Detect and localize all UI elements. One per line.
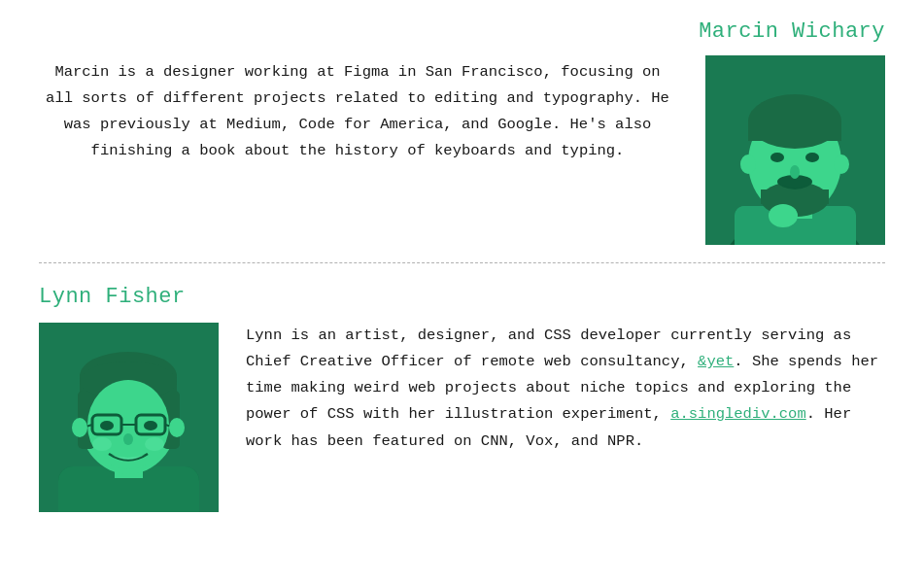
svg-point-12 [805, 153, 819, 162]
marcin-name: Marcin Wichary [699, 19, 885, 44]
marcin-photo [705, 55, 885, 245]
lynn-section: Lynn Fisher [39, 285, 885, 512]
svg-point-15 [834, 155, 849, 174]
marcin-content: Marcin is a designer working at Figma in… [39, 55, 885, 245]
section-divider [39, 262, 885, 263]
lynn-content: Lynn is an artist, designer, and CSS dev… [39, 323, 885, 512]
svg-point-37 [169, 418, 185, 437]
svg-point-39 [145, 437, 164, 451]
svg-point-35 [123, 433, 133, 445]
marcin-photo-wrapper [705, 55, 885, 245]
svg-point-13 [790, 165, 800, 179]
lynn-photo-wrapper [39, 323, 219, 512]
svg-rect-9 [761, 189, 829, 204]
lynn-bio: Lynn is an artist, designer, and CSS dev… [246, 323, 885, 455]
marcin-section: Marcin Wichary Marcin is a designer work… [39, 19, 885, 245]
svg-point-16 [769, 204, 798, 227]
svg-point-34 [144, 421, 157, 430]
lynn-singlediv-link[interactable]: a.singlediv.com [670, 405, 806, 423]
svg-point-33 [100, 421, 114, 430]
marcin-bio: Marcin is a designer working at Figma in… [39, 55, 705, 165]
svg-point-11 [770, 153, 784, 162]
svg-point-38 [92, 437, 112, 451]
lynn-name: Lynn Fisher [39, 285, 186, 309]
svg-point-36 [72, 418, 87, 437]
lynn-photo [39, 323, 219, 512]
lynn-andyet-link[interactable]: &yet [698, 353, 734, 370]
lynn-photo-svg [39, 323, 219, 512]
svg-rect-7 [748, 121, 841, 141]
svg-point-14 [740, 155, 756, 174]
marcin-photo-svg [705, 55, 885, 245]
